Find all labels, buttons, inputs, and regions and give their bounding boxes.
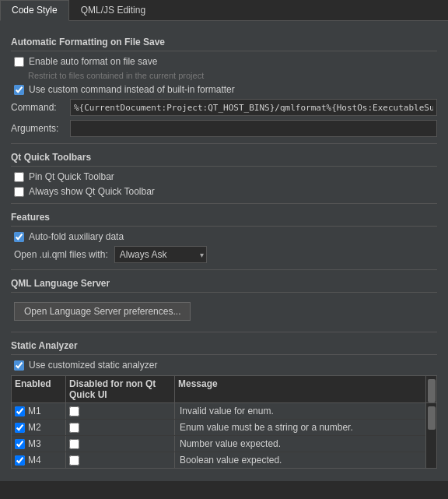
code-m4: M4	[28, 455, 41, 466]
td-enabled-m2: M2	[12, 420, 66, 435]
td-message-m4: Boolean value expected.	[175, 452, 425, 468]
divider-3	[11, 269, 437, 270]
open-ui-qml-row: Open .ui.qml files with: Always Ask Qt D…	[14, 246, 437, 263]
enabled-m4-checkbox[interactable]	[15, 455, 25, 466]
td-disabled-m2	[66, 420, 175, 435]
command-field-row: Command:	[11, 99, 437, 116]
static-analyzer-table: Enabled Disabled for non Qt Quick UI Mes…	[11, 375, 437, 469]
td-message-m1: Invalid value for enum.	[175, 403, 425, 419]
enabled-m3-checkbox[interactable]	[15, 439, 25, 449]
qml-language-server-header: QML Language Server	[11, 278, 437, 293]
enable-auto-format-checkbox[interactable]	[14, 57, 24, 67]
use-customized-analyzer-checkbox[interactable]	[14, 360, 24, 371]
use-customized-analyzer-row: Use customized static analyzer	[14, 360, 437, 371]
auto-format-header: Automatic Formatting on File Save	[11, 37, 437, 51]
auto-fold-checkbox[interactable]	[14, 232, 24, 242]
always-show-toolbar-label: Always show Qt Quick Toolbar	[29, 186, 155, 197]
always-show-toolbar-checkbox[interactable]	[14, 187, 24, 197]
open-language-server-button[interactable]: Open Language Server preferences...	[14, 302, 191, 321]
table-header-row: Enabled Disabled for non Qt Quick UI Mes…	[12, 376, 436, 403]
td-message-m3: Number value expected.	[175, 436, 425, 452]
features-header: Features	[11, 212, 437, 227]
code-m3: M3	[28, 438, 41, 449]
scrollbar-thumb[interactable]	[428, 379, 436, 402]
disabled-m1-checkbox[interactable]	[69, 406, 79, 416]
command-label: Command:	[11, 102, 65, 113]
custom-command-row: Use custom command instead of built-in f…	[14, 84, 437, 95]
always-show-toolbar-row: Always show Qt Quick Toolbar	[14, 186, 437, 197]
td-disabled-m3	[66, 436, 175, 452]
command-input[interactable]	[70, 99, 437, 116]
custom-command-label: Use custom command instead of built-in f…	[29, 84, 235, 95]
code-m2: M2	[28, 422, 41, 433]
tab-code-style[interactable]: Code Style	[0, 0, 69, 21]
td-enabled-m1: M1	[12, 403, 66, 419]
disabled-m3-checkbox[interactable]	[69, 439, 79, 449]
pin-toolbar-label: Pin Qt Quick Toolbar	[29, 171, 114, 182]
auto-fold-label: Auto-fold auxiliary data	[29, 231, 124, 242]
qt-quick-toolbars-header: Qt Quick Toolbars	[11, 152, 437, 167]
enabled-m2-checkbox[interactable]	[15, 423, 25, 433]
table-row: M2 Enum value must be a string or a numb…	[12, 420, 425, 436]
table-row: M1 Invalid value for enum.	[12, 403, 425, 420]
open-ui-qml-select[interactable]: Always Ask Qt Design Studio Qt Creator	[114, 246, 207, 263]
disabled-m2-checkbox[interactable]	[69, 423, 79, 433]
table-body: M1 Invalid value for enum. M2	[12, 403, 425, 468]
pin-toolbar-row: Pin Qt Quick Toolbar	[14, 171, 437, 182]
td-enabled-m4: M4	[12, 452, 66, 468]
th-message: Message	[175, 376, 425, 402]
divider-4	[11, 332, 437, 332]
enabled-m1-checkbox[interactable]	[15, 406, 25, 416]
table-scrollbar-track	[425, 403, 436, 468]
enable-auto-format-label: Enable auto format on file save	[29, 56, 157, 67]
auto-fold-row: Auto-fold auxiliary data	[14, 231, 437, 242]
open-ui-qml-label: Open .ui.qml files with:	[14, 249, 108, 260]
table-row: M3 Number value expected.	[12, 436, 425, 452]
arguments-field-row: Arguments:	[11, 120, 437, 137]
td-message-m2: Enum value must be a string or a number.	[175, 420, 425, 435]
table-body-wrapper: M1 Invalid value for enum. M2	[12, 403, 436, 468]
table-row: M4 Boolean value expected.	[12, 452, 425, 468]
use-customized-analyzer-label: Use customized static analyzer	[29, 360, 157, 371]
code-m1: M1	[28, 406, 41, 416]
divider-2	[11, 203, 437, 204]
open-ui-qml-dropdown-wrapper: Always Ask Qt Design Studio Qt Creator	[114, 246, 207, 263]
scrollbar-track	[425, 376, 436, 402]
static-analyzer-header: Static Analyzer	[11, 340, 437, 355]
th-enabled: Enabled	[12, 376, 66, 402]
td-disabled-m4	[66, 452, 175, 468]
th-disabled: Disabled for non Qt Quick UI	[66, 376, 175, 402]
pin-toolbar-checkbox[interactable]	[14, 172, 24, 182]
arguments-label: Arguments:	[11, 123, 65, 134]
tab-qml-js-editing[interactable]: QML/JS Editing	[69, 0, 157, 20]
auto-format-hint: Restrict to files contained in the curre…	[28, 71, 437, 80]
arguments-input[interactable]	[70, 120, 437, 137]
table-scrollbar-thumb[interactable]	[428, 406, 436, 430]
td-disabled-m1	[66, 403, 175, 419]
disabled-m4-checkbox[interactable]	[69, 455, 79, 466]
tabs-bar: Code Style QML/JS Editing	[0, 0, 448, 21]
custom-command-checkbox[interactable]	[14, 85, 24, 95]
divider-1	[11, 143, 437, 144]
enable-auto-format-row: Enable auto format on file save	[14, 56, 437, 67]
main-content: Automatic Formatting on File Save Enable…	[0, 21, 448, 481]
td-enabled-m3: M3	[12, 436, 66, 452]
